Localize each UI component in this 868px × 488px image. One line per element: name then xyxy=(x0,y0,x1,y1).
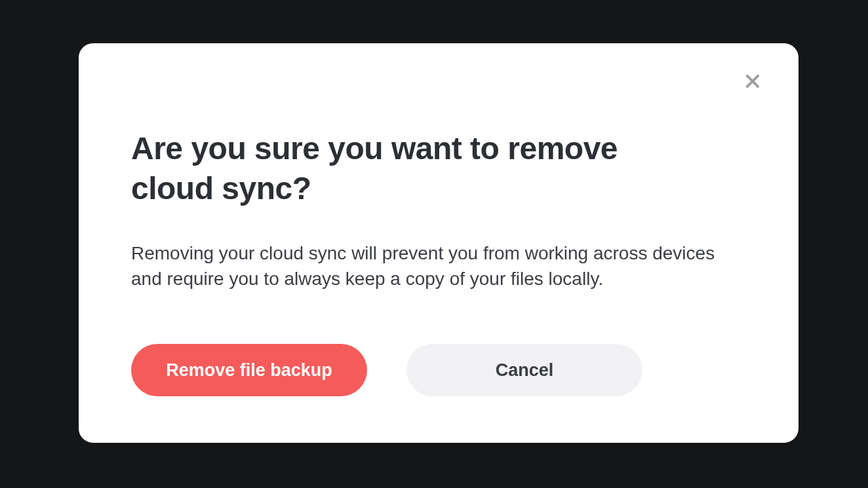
dialog-title: Are you sure you want to remove cloud sy… xyxy=(131,128,708,209)
confirm-dialog: Are you sure you want to remove cloud sy… xyxy=(79,43,799,443)
cancel-button[interactable]: Cancel xyxy=(406,344,642,396)
dialog-actions: Remove file backup Cancel xyxy=(131,344,746,396)
close-button[interactable] xyxy=(740,69,766,96)
remove-file-backup-button[interactable]: Remove file backup xyxy=(131,344,367,396)
dialog-body: Removing your cloud sync will prevent yo… xyxy=(131,240,734,291)
close-icon xyxy=(743,72,762,93)
